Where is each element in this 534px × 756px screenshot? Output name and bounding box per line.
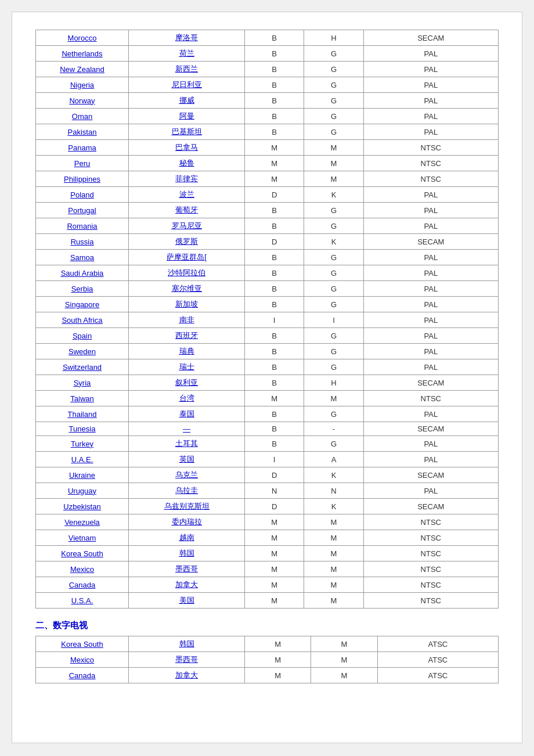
country-en-cell[interactable]: Canada (36, 668, 129, 683)
country-zh-cell[interactable]: 加拿大 (129, 577, 245, 593)
country-zh-cell[interactable]: 叙利亚 (129, 375, 245, 391)
country-zh-cell[interactable]: 乌兹别克斯坦 (129, 499, 245, 514)
country-en-cell[interactable]: Singapore (36, 297, 129, 312)
country-zh-cell[interactable]: 新加坡 (129, 297, 245, 312)
country-en-cell[interactable]: Mexico (36, 561, 129, 577)
country-zh-cell[interactable]: 罗马尼亚 (129, 218, 245, 234)
country-zh-cell[interactable]: 墨西哥 (129, 652, 245, 668)
country-zh-cell[interactable]: 乌拉圭 (129, 483, 245, 499)
country-en-cell[interactable]: Serbia (36, 281, 129, 297)
country-en-cell[interactable]: U.S.A. (36, 593, 129, 609)
country-zh-cell[interactable]: 阿曼 (129, 109, 245, 124)
col4-cell: M (304, 156, 363, 171)
country-en-cell[interactable]: Canada (36, 577, 129, 593)
country-zh-cell[interactable]: 台湾 (129, 391, 245, 406)
country-en-cell[interactable]: Philippines (36, 171, 129, 187)
country-zh-cell[interactable]: 西班牙 (129, 328, 245, 344)
country-zh-cell[interactable]: 土耳其 (129, 436, 245, 452)
country-zh-cell[interactable]: 墨西哥 (129, 561, 245, 577)
country-zh-cell[interactable]: 美国 (129, 593, 245, 609)
country-en-cell[interactable]: South Africa (36, 312, 129, 328)
country-en-cell[interactable]: New Zealand (36, 62, 129, 77)
country-en-cell[interactable]: Turkey (36, 436, 129, 452)
country-en-cell[interactable]: Oman (36, 109, 129, 124)
country-en-cell[interactable]: Ukraine (36, 467, 129, 483)
col3-cell: M (245, 514, 304, 530)
country-zh-cell[interactable]: 巴基斯坦 (129, 124, 245, 140)
country-en-cell[interactable]: Netherlands (36, 46, 129, 62)
country-zh-cell[interactable]: 摩洛哥 (129, 30, 245, 46)
country-en-cell[interactable]: Norway (36, 93, 129, 109)
country-zh-cell[interactable]: 加拿大 (129, 668, 245, 683)
country-zh-cell[interactable]: 委内瑞拉 (129, 514, 245, 530)
country-zh-cell[interactable]: 波兰 (129, 187, 245, 203)
country-zh-cell[interactable]: 尼日利亚 (129, 77, 245, 93)
country-en-cell[interactable]: Panama (36, 140, 129, 156)
table-row: Syria叙利亚BHSECAM (36, 375, 499, 391)
col5-cell: NTSC (363, 593, 498, 609)
col5-cell: PAL (363, 344, 498, 359)
country-en-cell[interactable]: Thailand (36, 406, 129, 422)
col5-cell: PAL (363, 312, 498, 328)
country-en-cell[interactable]: Romania (36, 218, 129, 234)
table-row: Canada加拿大MMATSC (36, 668, 499, 683)
country-en-cell[interactable]: Tunesia (36, 422, 129, 436)
country-zh-cell[interactable]: 瑞典 (129, 344, 245, 359)
country-zh-cell[interactable]: 秘鲁 (129, 156, 245, 171)
country-zh-cell[interactable]: 菲律宾 (129, 171, 245, 187)
country-en-cell[interactable]: Uzbekistan (36, 499, 129, 514)
country-zh-cell[interactable]: 韩国 (129, 636, 245, 652)
country-zh-cell[interactable]: 俄罗斯 (129, 234, 245, 250)
country-zh-cell[interactable]: 挪威 (129, 93, 245, 109)
country-zh-cell[interactable]: 巴拿马 (129, 140, 245, 156)
table-row: Samoa萨摩亚群岛[BGPAL (36, 250, 499, 265)
country-en-cell[interactable]: U.A.E. (36, 452, 129, 467)
country-zh-cell[interactable]: 新西兰 (129, 62, 245, 77)
col4-cell: G (304, 250, 363, 265)
col4-cell: G (304, 281, 363, 297)
country-zh-cell[interactable]: 沙特阿拉伯 (129, 265, 245, 281)
col5-cell: NTSC (363, 546, 498, 561)
country-en-cell[interactable]: Vietnam (36, 530, 129, 546)
country-en-cell[interactable]: Morocco (36, 30, 129, 46)
country-en-cell[interactable]: Uruguay (36, 483, 129, 499)
country-en-cell[interactable]: Taiwan (36, 391, 129, 406)
country-en-cell[interactable]: Portugal (36, 203, 129, 218)
country-zh-cell[interactable]: 塞尔维亚 (129, 281, 245, 297)
country-en-cell[interactable]: Venezuela (36, 514, 129, 530)
country-zh-cell[interactable]: 葡萄牙 (129, 203, 245, 218)
col3-cell: B (245, 359, 304, 375)
country-zh-cell[interactable]: 南非 (129, 312, 245, 328)
country-zh-cell[interactable]: — (129, 422, 245, 436)
col5-cell: ATSC (377, 636, 498, 652)
country-zh-cell[interactable]: 乌克兰 (129, 467, 245, 483)
col3-cell: B (245, 436, 304, 452)
country-en-cell[interactable]: Sweden (36, 344, 129, 359)
country-zh-cell[interactable]: 英国 (129, 452, 245, 467)
country-en-cell[interactable]: Syria (36, 375, 129, 391)
country-en-cell[interactable]: Spain (36, 328, 129, 344)
country-zh-cell[interactable]: 韩国 (129, 546, 245, 561)
country-en-cell[interactable]: Poland (36, 187, 129, 203)
country-zh-cell[interactable]: 泰国 (129, 406, 245, 422)
col4-cell: K (304, 467, 363, 483)
table-row: Canada加拿大MMNTSC (36, 577, 499, 593)
country-en-cell[interactable]: Switzerland (36, 359, 129, 375)
country-zh-cell[interactable]: 瑞士 (129, 359, 245, 375)
country-en-cell[interactable]: Nigeria (36, 77, 129, 93)
col4-cell: G (304, 93, 363, 109)
country-en-cell[interactable]: Pakistan (36, 124, 129, 140)
table-row: Sweden瑞典BGPAL (36, 344, 499, 359)
country-zh-cell[interactable]: 萨摩亚群岛[ (129, 250, 245, 265)
country-en-cell[interactable]: Korea South (36, 636, 129, 652)
country-en-cell[interactable]: Samoa (36, 250, 129, 265)
country-en-cell[interactable]: Peru (36, 156, 129, 171)
country-en-cell[interactable]: Korea South (36, 546, 129, 561)
country-zh-cell[interactable]: 荷兰 (129, 46, 245, 62)
country-zh-cell[interactable]: 越南 (129, 530, 245, 546)
country-en-cell[interactable]: Mexico (36, 652, 129, 668)
col5-cell: PAL (363, 281, 498, 297)
country-en-cell[interactable]: Russia (36, 234, 129, 250)
country-en-cell[interactable]: Saudi Arabia (36, 265, 129, 281)
col3-cell: M (245, 391, 304, 406)
